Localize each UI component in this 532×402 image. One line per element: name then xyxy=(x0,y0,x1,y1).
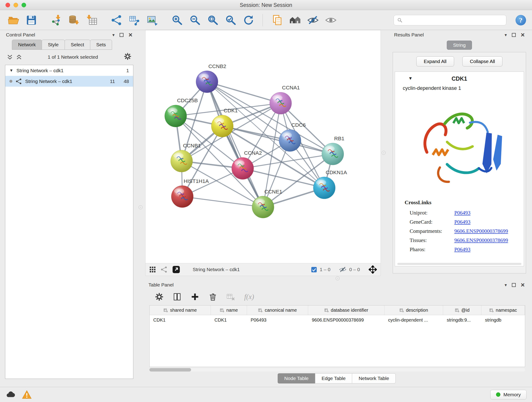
collapse-all-icon[interactable] xyxy=(16,54,22,60)
expand-all-button[interactable]: Expand All xyxy=(416,56,454,66)
collapse-all-button[interactable]: Collapse All xyxy=(462,56,503,66)
search-box[interactable] xyxy=(394,15,506,26)
splitter-handle-horizontal[interactable] xyxy=(336,276,340,280)
panel-close-icon[interactable]: × xyxy=(521,32,525,37)
maximize-window-button[interactable] xyxy=(22,3,26,7)
crosslink-link[interactable]: P06493 xyxy=(454,247,470,253)
open-in-window-icon[interactable] xyxy=(172,265,180,274)
table-horizontal-scrollbar[interactable] xyxy=(149,368,525,371)
panel-collapse-icon[interactable]: ▾ xyxy=(505,32,507,38)
network-graph[interactable]: CCNB2CCNA1CDC25BCDK1CDC6RB1CCNB1CCNA2CDK… xyxy=(146,30,380,263)
network-options-gear-icon[interactable] xyxy=(124,52,132,61)
show-columns-icon[interactable] xyxy=(173,293,181,301)
close-window-button[interactable] xyxy=(6,3,10,7)
network-node[interactable]: HIST1H1A xyxy=(171,178,209,208)
scrollbar-thumb[interactable] xyxy=(149,368,191,371)
network-node[interactable]: CCNB2 xyxy=(196,63,226,93)
tab-sets[interactable]: Sets xyxy=(90,40,112,50)
panel-collapse-icon[interactable]: ▾ xyxy=(505,282,507,288)
column-header-namespac[interactable]: namespac xyxy=(481,306,525,315)
panel-float-icon[interactable] xyxy=(120,33,123,37)
add-column-icon[interactable] xyxy=(191,293,199,301)
birds-eye-view-icon[interactable] xyxy=(149,266,156,273)
network-edge[interactable] xyxy=(207,82,280,103)
minimize-window-button[interactable] xyxy=(13,3,18,7)
tab-network[interactable]: Network xyxy=(12,40,42,50)
search-input[interactable] xyxy=(405,17,503,23)
table-row[interactable]: CDK1CDK1P064939606.ENSP00000378699cyclin… xyxy=(150,315,525,325)
network-edge[interactable] xyxy=(207,82,263,207)
save-session-button[interactable] xyxy=(24,13,39,27)
column-header-name[interactable]: name xyxy=(211,306,247,315)
network-canvas[interactable]: CCNB2CCNA1CDC25BCDK1CDC6RB1CCNB1CCNA2CDK… xyxy=(145,30,381,263)
column-header-canonical-name[interactable]: canonical name xyxy=(247,306,308,315)
duplicate-network-button[interactable] xyxy=(270,13,285,27)
crosslink-link[interactable]: P06493 xyxy=(454,219,470,225)
horizontal-scrollbar[interactable] xyxy=(397,263,521,265)
network-edge[interactable] xyxy=(182,197,263,207)
network-overview-icon[interactable] xyxy=(161,266,167,273)
tab-node-table[interactable]: Node Table xyxy=(278,373,315,383)
tab-select[interactable]: Select xyxy=(65,40,90,50)
panel-float-icon[interactable] xyxy=(512,33,516,37)
table-cell[interactable]: CDK1 xyxy=(211,315,247,325)
import-table-from-file-button[interactable] xyxy=(84,13,99,27)
column-header-database-identifier[interactable]: database identifier xyxy=(308,306,385,315)
panel-collapse-icon[interactable]: ▾ xyxy=(113,32,115,38)
help-button[interactable]: ? xyxy=(515,15,526,26)
panel-float-icon[interactable] xyxy=(512,283,516,287)
tab-style[interactable]: Style xyxy=(42,40,65,50)
tree-expander-icon[interactable]: ▼ xyxy=(9,68,13,73)
select-first-neighbors-button[interactable] xyxy=(288,13,303,27)
tab-network-table[interactable]: Network Table xyxy=(352,373,396,383)
table-cell[interactable]: P06493 xyxy=(247,315,308,325)
import-network-from-database-button[interactable] xyxy=(66,13,82,27)
open-session-button[interactable] xyxy=(6,13,21,27)
show-all-button[interactable] xyxy=(323,13,338,27)
crosslink-link[interactable]: P06493 xyxy=(454,210,470,216)
table-cell[interactable]: stringdb xyxy=(481,315,525,325)
hide-selected-button[interactable] xyxy=(305,13,321,27)
table-cell[interactable]: CDK1 xyxy=(150,315,211,325)
new-network-from-table-button[interactable] xyxy=(127,13,142,27)
network-node[interactable]: CDC25B xyxy=(165,97,198,127)
panel-close-icon[interactable]: × xyxy=(521,283,525,287)
zoom-selected-button[interactable] xyxy=(223,13,238,27)
splitter-handle-left[interactable] xyxy=(139,205,143,209)
import-network-from-file-button[interactable] xyxy=(49,13,64,27)
table-cell[interactable]: cyclin-dependent ... xyxy=(385,315,443,325)
network-edge[interactable] xyxy=(222,126,333,154)
network-node[interactable]: RB1 xyxy=(322,135,344,165)
memory-button[interactable]: Memory xyxy=(490,390,526,400)
crosslink-link[interactable]: 9606.ENSP00000378699 xyxy=(454,228,508,234)
warning-icon[interactable] xyxy=(22,390,32,400)
delete-column-trash-icon[interactable] xyxy=(209,293,217,301)
network-row[interactable]: String Network – cdk1 11 48 xyxy=(5,76,133,87)
cloud-icon[interactable] xyxy=(6,390,15,400)
network-node[interactable]: CDC6 xyxy=(279,122,306,152)
network-node[interactable]: CDKN1A xyxy=(313,169,347,199)
crosslink-link[interactable]: 9606.ENSP00000378699 xyxy=(454,237,508,243)
table-settings-gear-icon[interactable] xyxy=(155,293,164,301)
table-cell[interactable]: 9606.ENSP00000378699 xyxy=(308,315,385,325)
network-node[interactable]: CCNA1 xyxy=(270,85,300,114)
selected-checkbox-icon[interactable] xyxy=(311,267,317,273)
tab-string[interactable]: String xyxy=(447,41,472,50)
section-expander-icon[interactable]: ▼ xyxy=(408,76,413,81)
export-image-button[interactable] xyxy=(145,13,160,27)
network-node[interactable]: CCNB1 xyxy=(171,143,201,172)
new-network-button[interactable] xyxy=(109,13,124,27)
table-cell[interactable]: stringdb:9... xyxy=(443,315,481,325)
pan-move-icon[interactable] xyxy=(369,265,377,274)
zoom-out-button[interactable] xyxy=(187,13,203,27)
hidden-eye-slash-icon[interactable] xyxy=(339,266,346,273)
splitter-handle-right[interactable] xyxy=(382,151,386,155)
zoom-in-button[interactable] xyxy=(170,13,185,27)
network-collection-row[interactable]: ▼ String Network – cdk1 1 xyxy=(5,65,133,76)
panel-close-icon[interactable]: × xyxy=(128,32,133,37)
expand-all-icon[interactable] xyxy=(7,54,13,60)
column-header-shared-name[interactable]: shared name xyxy=(150,306,211,315)
zoom-fit-button[interactable] xyxy=(205,13,220,27)
tab-edge-table[interactable]: Edge Table xyxy=(315,373,352,383)
column-header--id[interactable]: @id xyxy=(443,306,481,315)
